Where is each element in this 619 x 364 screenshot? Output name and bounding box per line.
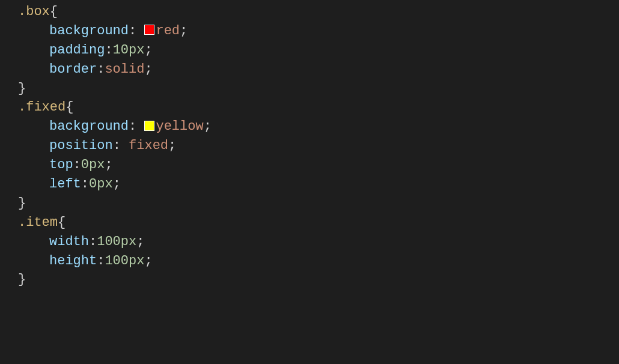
code-line: border:solid; — [18, 60, 619, 79]
css-selector: .item — [18, 215, 58, 230]
close-brace: } — [18, 272, 26, 287]
css-number: 0 — [89, 177, 97, 192]
css-property: position — [49, 138, 113, 153]
code-line: height:100px; — [18, 252, 619, 271]
code-line: } — [18, 79, 619, 99]
code-line: .fixed{ — [18, 98, 619, 117]
code-line: padding:10px; — [18, 41, 619, 60]
code-line: position: fixed; — [18, 136, 619, 156]
css-property: border — [49, 62, 97, 77]
open-brace: { — [66, 100, 73, 115]
css-number: 0 — [81, 157, 89, 172]
code-line: } — [18, 194, 619, 213]
code-line: left:0px; — [18, 175, 619, 194]
code-line: top:0px; — [18, 156, 619, 175]
close-brace: } — [18, 81, 26, 96]
code-line: .item{ — [18, 213, 619, 232]
css-property: width — [49, 234, 89, 249]
css-value: fixed — [129, 138, 168, 153]
css-property: padding — [49, 43, 105, 58]
open-brace: { — [50, 4, 58, 19]
close-brace: } — [18, 196, 26, 211]
css-value: yellow — [156, 119, 203, 134]
code-line: background: yellow; — [18, 117, 619, 136]
css-value: red — [156, 23, 180, 38]
code-line: background: red; — [18, 22, 619, 41]
css-number: 100 — [97, 234, 121, 249]
css-selector: .box — [18, 4, 50, 19]
code-editor[interactable]: .box{ background: red; padding:10px; bor… — [0, 0, 619, 290]
css-property: height — [49, 253, 97, 268]
code-line: .box{ — [18, 2, 619, 22]
css-number: 100 — [105, 253, 129, 268]
open-brace: { — [58, 215, 66, 230]
css-property: top — [49, 157, 73, 172]
css-property: background — [49, 23, 129, 38]
code-line: width:100px; — [18, 232, 619, 252]
css-selector: .fixed — [18, 100, 66, 115]
css-property: left — [49, 177, 81, 192]
code-line: } — [18, 270, 619, 290]
css-value: solid — [105, 62, 144, 77]
color-swatch-icon[interactable] — [144, 121, 154, 131]
color-swatch-icon[interactable] — [144, 25, 154, 35]
css-property: background — [49, 119, 129, 134]
css-number: 10 — [113, 43, 129, 58]
